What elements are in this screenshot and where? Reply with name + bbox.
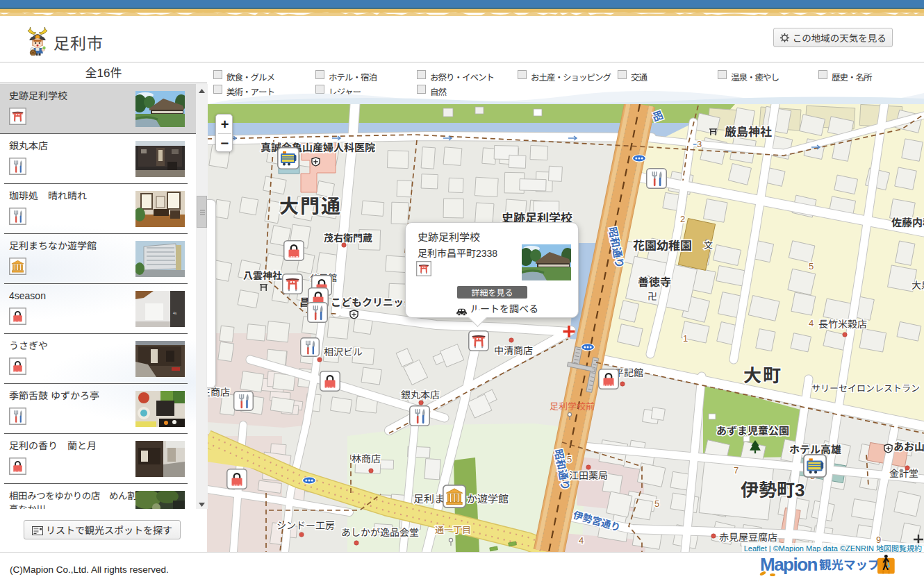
svg-text:八雲神社: 八雲神社 [243, 268, 282, 282]
svg-text:銀丸本店: 銀丸本店 [401, 387, 440, 401]
svg-text:足利ま: 足利ま [413, 491, 445, 505]
svg-text:5: 5 [654, 496, 659, 510]
svg-text:赤見屋豆腐店: 赤見屋豆腐店 [719, 530, 777, 544]
svg-text:大町: 大町 [743, 361, 782, 387]
svg-text:7: 7 [734, 463, 739, 476]
svg-text:花園幼稚園: 花園幼稚園 [633, 236, 692, 253]
svg-text:シンドー工房: シンドー工房 [277, 518, 335, 532]
svg-text:2: 2 [680, 212, 685, 225]
svg-text:ホテル高雄: ホテル高雄 [789, 442, 841, 456]
svg-text:大門通: 大門通 [279, 191, 342, 219]
svg-text:4s: 4s [173, 310, 177, 315]
svg-text:伊勢町3: 伊勢町3 [741, 476, 805, 501]
svg-text:金計堂: 金計堂 [889, 466, 918, 480]
svg-text:こどもクリニック: こどもクリニック [331, 294, 414, 309]
svg-text:大泉: 大泉 [911, 278, 924, 292]
svg-text:あお山: あお山 [893, 439, 924, 453]
svg-text:長竹米穀店: 長竹米穀店 [818, 317, 867, 330]
svg-text:観光マップ: 観光マップ [819, 555, 880, 573]
svg-text:5: 5 [809, 259, 814, 272]
svg-text:茂右衛門蔵: 茂右衛門蔵 [324, 230, 372, 244]
svg-text:か遊学館: か遊学館 [467, 491, 509, 505]
svg-text:中清商店: 中清商店 [494, 343, 533, 357]
svg-text:3: 3 [697, 137, 702, 150]
svg-text:通一丁目: 通一丁目 [435, 523, 471, 536]
svg-text:1: 1 [683, 331, 688, 344]
svg-text:卍: 卍 [647, 289, 657, 303]
svg-text:あしかが逸品会堂: あしかが逸品会堂 [341, 525, 419, 539]
svg-text:江田薬局: 江田薬局 [569, 468, 608, 482]
svg-text:文: 文 [704, 238, 713, 251]
svg-text:相沢ビル: 相沢ビル [324, 344, 363, 358]
svg-text:サリーセイロンレストラン: サリーセイロンレストラン [811, 381, 920, 394]
svg-text:5: 5 [567, 452, 572, 465]
svg-text:厳島神社: 厳島神社 [725, 122, 772, 140]
svg-text:Mapion: Mapion [760, 554, 818, 575]
svg-text:佐藤内科: 佐藤内科 [891, 215, 924, 229]
svg-text:4: 4 [809, 316, 814, 329]
svg-text:あずま児童公園: あずま児童公園 [716, 423, 789, 437]
svg-text:林商店: 林商店 [352, 451, 381, 465]
svg-text:足利学校前: 足利学校前 [550, 399, 595, 412]
svg-text:善徳寺: 善徳寺 [638, 273, 671, 290]
